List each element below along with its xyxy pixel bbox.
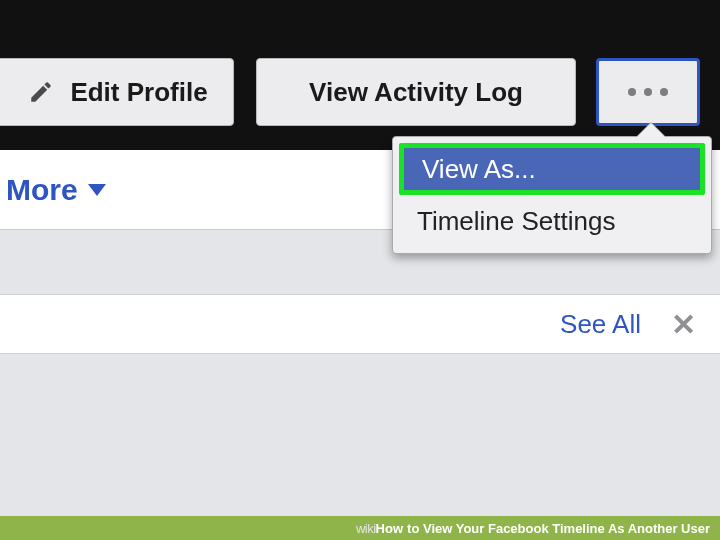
dropdown-item-label: Timeline Settings xyxy=(417,206,615,237)
more-tab-label: More xyxy=(6,173,78,207)
screenshot-canvas: Edit Profile View Activity Log More View… xyxy=(0,0,720,540)
view-activity-log-label: View Activity Log xyxy=(309,77,523,108)
wikihow-caption-bar: wikiHow to View Your Facebook Timeline A… xyxy=(0,516,720,540)
section-header: See All ✕ xyxy=(0,294,720,354)
more-options-dropdown: View As... Timeline Settings xyxy=(392,136,712,254)
edit-profile-button[interactable]: Edit Profile xyxy=(0,58,234,126)
dropdown-item-view-as[interactable]: View As... xyxy=(399,143,705,195)
close-icon[interactable]: ✕ xyxy=(671,307,696,342)
dropdown-item-timeline-settings[interactable]: Timeline Settings xyxy=(399,195,705,247)
more-options-button[interactable] xyxy=(596,58,700,126)
see-all-link[interactable]: See All xyxy=(560,309,641,340)
edit-profile-label: Edit Profile xyxy=(70,77,207,108)
more-tab[interactable]: More xyxy=(6,173,106,207)
brand-wiki: wiki xyxy=(356,521,376,536)
brand-how: How xyxy=(376,521,403,536)
pencil-icon xyxy=(28,79,54,105)
dropdown-item-label: View As... xyxy=(422,154,536,185)
chevron-down-icon xyxy=(88,184,106,196)
view-activity-log-button[interactable]: View Activity Log xyxy=(256,58,576,126)
article-title: to View Your Facebook Timeline As Anothe… xyxy=(407,521,710,536)
ellipsis-icon xyxy=(628,88,668,96)
